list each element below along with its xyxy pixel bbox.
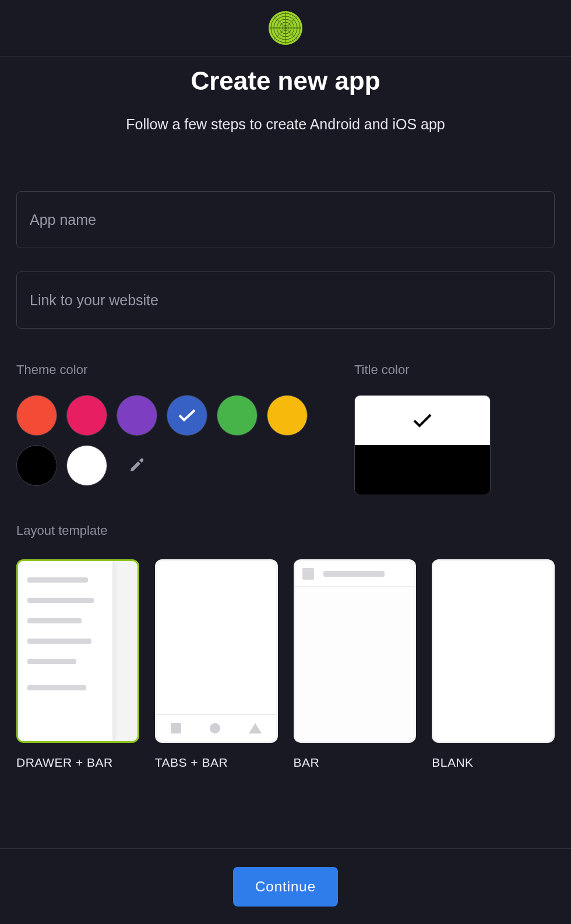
- template-tabs-bar-label: TABS + BAR: [155, 756, 278, 770]
- template-blank[interactable]: BLANK: [432, 559, 555, 770]
- page-subtitle: Follow a few steps to create Android and…: [16, 116, 555, 133]
- layout-template-label: Layout template: [16, 523, 555, 538]
- template-drawer-bar[interactable]: DRAWER + BAR: [16, 559, 139, 770]
- app-name-input[interactable]: [16, 191, 555, 248]
- theme-color-yellow[interactable]: [267, 395, 308, 436]
- title-color-label: Title color: [354, 362, 555, 378]
- template-tabs-bar[interactable]: TABS + BAR: [155, 559, 278, 770]
- theme-color-swatches: [16, 395, 319, 486]
- tab-circle-icon: [210, 723, 220, 733]
- footer-bar: Continue: [0, 848, 571, 924]
- theme-color-red[interactable]: [16, 395, 57, 436]
- theme-color-label: Theme color: [16, 362, 337, 378]
- bar-menu-icon: [302, 568, 314, 580]
- page-title: Create new app: [16, 66, 555, 96]
- theme-color-pink[interactable]: [66, 395, 107, 436]
- eyedropper-icon[interactable]: [117, 445, 157, 486]
- template-drawer-bar-label: DRAWER + BAR: [16, 756, 139, 770]
- app-logo: [269, 11, 302, 45]
- theme-color-black[interactable]: [16, 445, 57, 486]
- template-bar[interactable]: BAR: [294, 559, 417, 770]
- theme-color-purple[interactable]: [117, 395, 157, 436]
- tab-triangle-icon: [249, 723, 262, 733]
- title-color-picker: [354, 395, 491, 495]
- title-color-white[interactable]: [355, 396, 490, 445]
- theme-color-green[interactable]: [217, 395, 258, 436]
- continue-button[interactable]: Continue: [233, 867, 338, 907]
- theme-color-white[interactable]: [66, 445, 107, 486]
- template-blank-label: BLANK: [432, 756, 555, 770]
- theme-color-blue[interactable]: [167, 395, 207, 436]
- tab-square-icon: [171, 723, 181, 733]
- header-bar: [0, 0, 571, 57]
- layout-templates: DRAWER + BAR TABS + BAR BAR: [16, 559, 555, 770]
- title-color-black[interactable]: [355, 445, 490, 495]
- website-link-input[interactable]: [16, 271, 555, 329]
- template-bar-label: BAR: [294, 756, 417, 770]
